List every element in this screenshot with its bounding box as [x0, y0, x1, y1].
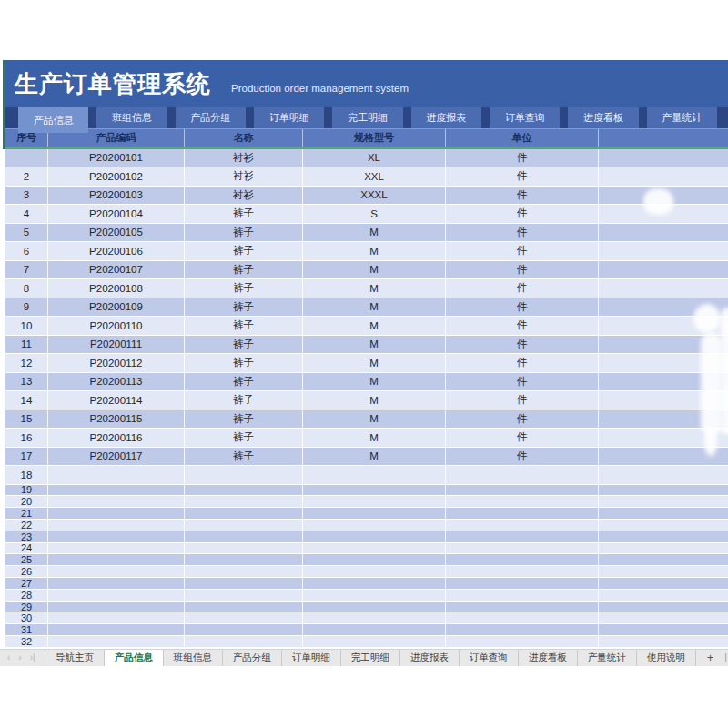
- cell-unit[interactable]: 件: [446, 167, 599, 186]
- cell-extra[interactable]: [599, 205, 728, 223]
- empty-table-row[interactable]: 21: [5, 508, 728, 520]
- cell-empty[interactable]: [185, 612, 303, 623]
- cell-empty[interactable]: [446, 508, 599, 519]
- cell-name[interactable]: 裤子: [185, 242, 303, 260]
- cell-seq[interactable]: 22: [5, 520, 48, 531]
- cell-seq[interactable]: 26: [5, 566, 48, 577]
- cell-extra[interactable]: [599, 298, 728, 317]
- cell-name[interactable]: 裤子: [185, 410, 303, 429]
- cell-code[interactable]: P20200112: [48, 354, 185, 372]
- cell-name[interactable]: 裤子: [185, 317, 303, 335]
- cell-empty[interactable]: [48, 590, 185, 601]
- cell-name[interactable]: 裤子: [185, 205, 303, 223]
- cell-seq[interactable]: 2: [5, 167, 48, 186]
- cell-empty[interactable]: [446, 612, 599, 623]
- cell-unit[interactable]: 件: [446, 391, 599, 410]
- cell-name[interactable]: 裤子: [185, 391, 303, 410]
- cell-empty[interactable]: [303, 531, 446, 542]
- cell-empty[interactable]: [48, 602, 185, 612]
- cell-name[interactable]: 裤子: [185, 354, 303, 372]
- cell-empty[interactable]: [303, 543, 446, 554]
- cell-empty[interactable]: [303, 578, 446, 589]
- top-tab-1[interactable]: 产品信息: [18, 107, 88, 133]
- empty-table-row[interactable]: 23: [5, 531, 728, 543]
- cell-spec[interactable]: M: [303, 298, 446, 317]
- cell-empty[interactable]: [48, 612, 185, 623]
- cell-empty[interactable]: [446, 531, 599, 542]
- cell-code[interactable]: P20200109: [48, 298, 185, 317]
- sheet-tab-5[interactable]: 订单明细: [282, 650, 341, 666]
- empty-table-row[interactable]: 28: [5, 590, 728, 602]
- cell-unit[interactable]: 件: [446, 429, 599, 447]
- cell-spec[interactable]: M: [303, 224, 446, 242]
- cell-empty[interactable]: [599, 466, 728, 484]
- top-tab-3[interactable]: 产品分组: [176, 107, 246, 128]
- cell-empty[interactable]: [446, 520, 599, 531]
- cell-name[interactable]: 衬衫: [185, 149, 303, 167]
- sheet-nav-forward-icon[interactable]: ›: [18, 652, 21, 662]
- cell-unit[interactable]: 件: [446, 448, 599, 466]
- cell-seq[interactable]: 15: [5, 410, 48, 429]
- table-row[interactable]: 15P20200115裤子M件: [5, 410, 728, 430]
- cell-empty[interactable]: [48, 520, 185, 531]
- cell-code[interactable]: P20200106: [48, 242, 185, 260]
- cell-seq[interactable]: 31: [5, 624, 48, 635]
- sheet-tab-3[interactable]: 班组信息: [164, 650, 223, 666]
- cell-seq[interactable]: 8: [5, 279, 48, 298]
- cell-empty[interactable]: [185, 554, 303, 565]
- cell-empty[interactable]: [303, 636, 446, 647]
- cell-spec[interactable]: XXXL: [303, 187, 446, 205]
- cell-seq[interactable]: 9: [5, 298, 48, 317]
- cell-seq[interactable]: [5, 149, 48, 167]
- cell-empty[interactable]: [599, 566, 728, 577]
- cell-seq[interactable]: 16: [5, 429, 48, 447]
- cell-empty[interactable]: [446, 624, 599, 635]
- cell-name[interactable]: 衬衫: [185, 167, 303, 186]
- cell-empty[interactable]: [599, 624, 728, 635]
- cell-seq[interactable]: 20: [5, 496, 48, 507]
- cell-seq[interactable]: 14: [5, 391, 48, 410]
- empty-table-row[interactable]: 25: [5, 554, 728, 566]
- table-row[interactable]: 16P20200116裤子M件: [5, 429, 728, 448]
- sheet-tab-10[interactable]: 产量统计: [578, 650, 637, 666]
- cell-name[interactable]: 裤子: [185, 373, 303, 391]
- cell-empty[interactable]: [48, 624, 185, 635]
- cell-unit[interactable]: 件: [446, 279, 599, 298]
- cell-unit[interactable]: 件: [446, 261, 599, 279]
- cell-seq[interactable]: 23: [5, 531, 48, 542]
- cell-code[interactable]: P20200116: [48, 429, 185, 447]
- cell-empty[interactable]: [599, 508, 728, 519]
- cell-seq[interactable]: 10: [5, 317, 48, 335]
- cell-empty[interactable]: [446, 602, 599, 612]
- table-row[interactable]: 13P20200113裤子M件: [5, 373, 728, 392]
- cell-code[interactable]: P20200105: [48, 224, 185, 242]
- cell-seq[interactable]: 11: [5, 336, 48, 354]
- cell-empty[interactable]: [48, 578, 185, 589]
- cell-empty[interactable]: [185, 636, 303, 647]
- cell-seq[interactable]: 12: [5, 354, 48, 372]
- cell-spec[interactable]: M: [303, 279, 446, 298]
- empty-table-row[interactable]: 31: [5, 624, 728, 636]
- cell-empty[interactable]: [48, 508, 185, 519]
- cell-empty[interactable]: [303, 590, 446, 601]
- cell-spec[interactable]: M: [303, 242, 446, 260]
- cell-name[interactable]: 裤子: [185, 448, 303, 466]
- table-row[interactable]: 7P20200107裤子M件: [5, 261, 728, 280]
- sheet-nav-back-icon[interactable]: ‹: [7, 652, 10, 662]
- cell-unit[interactable]: 件: [446, 187, 599, 205]
- cell-seq[interactable]: 18: [5, 466, 48, 484]
- cell-empty[interactable]: [48, 466, 185, 484]
- table-row[interactable]: 2P20200102衬衫XXL件: [5, 167, 728, 187]
- cell-empty[interactable]: [185, 466, 303, 484]
- table-row[interactable]: 6P20200106裤子M件: [5, 242, 728, 261]
- cell-empty[interactable]: [599, 485, 728, 496]
- table-row[interactable]: 8P20200108裤子M件: [5, 279, 728, 298]
- cell-code[interactable]: P20200110: [48, 317, 185, 335]
- cell-empty[interactable]: [446, 543, 599, 554]
- cell-empty[interactable]: [599, 531, 728, 542]
- top-tab-2[interactable]: 班组信息: [96, 107, 167, 128]
- cell-extra[interactable]: [599, 373, 728, 391]
- cell-empty[interactable]: [446, 485, 599, 496]
- top-tab-7[interactable]: 订单查询: [490, 107, 560, 128]
- table-row[interactable]: 9P20200109裤子M件: [5, 298, 728, 318]
